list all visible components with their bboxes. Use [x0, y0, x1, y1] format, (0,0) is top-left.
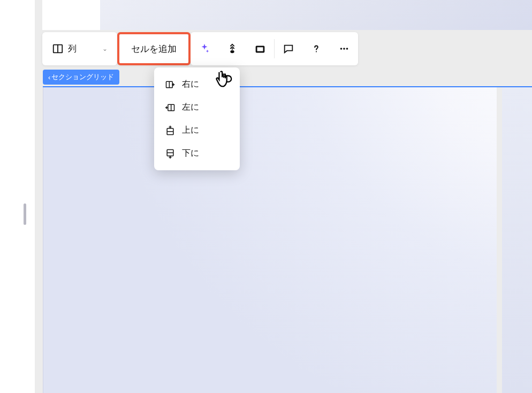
add-cell-label: セルを追加: [131, 43, 177, 55]
insert-right-icon: [165, 79, 176, 90]
svg-point-7: [340, 48, 343, 50]
add-cell-button[interactable]: セルを追加: [119, 33, 188, 64]
column-icon: [52, 43, 64, 55]
dd-label: 右に: [182, 79, 199, 90]
editor-page: 列 ⌄ セルを追加: [0, 0, 532, 393]
ai-sparkle-button[interactable]: [191, 32, 218, 65]
sparkle-icon: [199, 43, 210, 55]
upper-cell-shaded: [100, 0, 532, 30]
dd-label: 上に: [182, 125, 199, 136]
svg-point-9: [346, 48, 348, 50]
section-grid-breadcrumb[interactable]: ‹ セクショングリッド: [43, 70, 119, 85]
animation-icon: [226, 43, 238, 55]
more-icon: [338, 43, 350, 55]
help-icon: [310, 43, 322, 55]
insert-left-icon: [165, 102, 176, 113]
toolbar: 列 ⌄ セルを追加: [42, 32, 358, 65]
left-rail: [0, 0, 35, 393]
add-cell-top[interactable]: 上に: [154, 119, 240, 142]
comment-button[interactable]: [275, 32, 302, 65]
toolbar-icon-group: [191, 32, 358, 65]
insert-bottom-icon: [165, 148, 176, 159]
column-button[interactable]: 列 ⌄: [42, 32, 117, 65]
column-label: 列: [68, 43, 77, 55]
animation-button[interactable]: [218, 32, 246, 65]
upper-cell-blank: [42, 0, 100, 30]
stretch-button[interactable]: [246, 32, 274, 65]
chevron-left-icon: ‹: [48, 73, 50, 81]
add-cell-left[interactable]: 左に: [154, 96, 240, 119]
dd-label: 下に: [182, 148, 199, 159]
comment-icon: [283, 43, 294, 55]
dd-label: 左に: [182, 102, 199, 113]
canvas-upper-strip: [42, 0, 532, 30]
breadcrumb-label: セクショングリッド: [51, 72, 114, 82]
svg-point-6: [316, 51, 317, 52]
svg-rect-5: [257, 47, 263, 51]
insert-top-icon: [165, 125, 176, 136]
chevron-down-icon: ⌄: [102, 45, 108, 52]
svg-point-2: [230, 50, 234, 54]
add-cell-bottom[interactable]: 下に: [154, 142, 240, 165]
svg-point-8: [343, 48, 345, 50]
help-button[interactable]: [302, 32, 330, 65]
cursor-pointer-icon: [214, 69, 234, 95]
stretch-icon: [254, 43, 266, 55]
more-button[interactable]: [330, 32, 358, 65]
section-grid-right-strip: [502, 87, 532, 393]
section-grid-canvas[interactable]: [43, 87, 497, 393]
add-cell-highlight: セルを追加: [117, 32, 191, 65]
scroll-thumb[interactable]: [24, 203, 26, 225]
column-group: 列 ⌄: [42, 32, 117, 65]
